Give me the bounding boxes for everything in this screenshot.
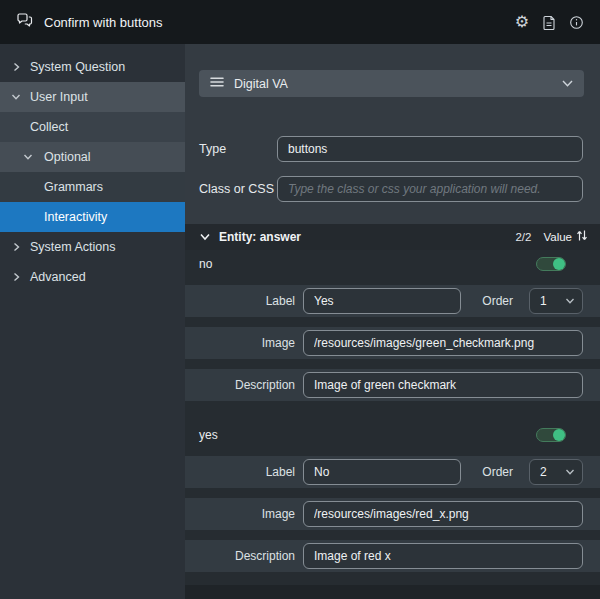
- entity-header-right: 2/2 Value: [515, 228, 588, 246]
- entry-name: no: [199, 257, 212, 271]
- main-panel: Digital VA Type Class or CSS Entity: ans…: [185, 44, 600, 599]
- image-field-label: Image: [185, 336, 303, 350]
- label-order-row: Label Order 2: [185, 456, 600, 488]
- document-icon[interactable]: [542, 15, 556, 30]
- image-input[interactable]: [303, 330, 583, 356]
- type-field-label: Type: [199, 142, 277, 156]
- entry-enabled-toggle[interactable]: [536, 257, 566, 271]
- chevron-down-icon: [561, 77, 574, 91]
- description-row: Description: [185, 369, 600, 401]
- sidebar-item-optional[interactable]: Optional: [0, 142, 185, 172]
- top-bar-actions: ⚙: [515, 14, 584, 30]
- channel-dropdown[interactable]: Digital VA: [199, 70, 584, 97]
- entity-title: Entity: answer: [219, 230, 301, 244]
- sidebar-item-label: Grammars: [44, 180, 103, 194]
- label-order-row: Label Order 1: [185, 285, 600, 317]
- entity-value-block-no: no Label Order 1 Image: [185, 250, 600, 401]
- order-select-value: 2: [540, 465, 547, 479]
- css-field-label: Class or CSS: [199, 182, 277, 196]
- chevron-right-icon: [10, 271, 22, 283]
- label-input[interactable]: [303, 459, 461, 485]
- sidebar-item-interactivity[interactable]: Interactivity: [0, 202, 185, 232]
- chevron-down-icon: [565, 468, 575, 476]
- sort-arrows-icon: [576, 228, 588, 246]
- sidebar-item-label: Optional: [44, 150, 91, 164]
- entry-enabled-toggle[interactable]: [536, 428, 566, 442]
- page-title: Confirm with buttons: [44, 15, 163, 30]
- sidebar-item-user-input[interactable]: User Input: [0, 82, 185, 112]
- top-bar: Confirm with buttons ⚙: [0, 0, 600, 44]
- sidebar-item-label: Interactivity: [44, 210, 107, 224]
- chevron-right-icon: [10, 61, 22, 73]
- type-field-row: Type: [199, 136, 583, 162]
- image-row: Image: [185, 498, 600, 530]
- entity-count: 2/2: [515, 231, 531, 243]
- toggle-knob: [553, 429, 565, 441]
- description-field-label: Description: [185, 378, 303, 392]
- sidebar-item-label: User Input: [30, 90, 88, 104]
- entry-header: no: [185, 250, 600, 278]
- chevron-down-icon: [565, 297, 575, 305]
- app-window: Confirm with buttons ⚙ Sys: [0, 0, 600, 599]
- order-field-label: Order: [482, 465, 521, 479]
- label-field-label: Label: [185, 294, 303, 308]
- description-row: Description: [185, 540, 600, 572]
- order-select[interactable]: 2: [529, 459, 583, 485]
- description-input[interactable]: [303, 543, 583, 569]
- toggle-knob: [553, 258, 565, 270]
- sidebar-tree: System Question User Input Collect Optio…: [0, 44, 185, 599]
- gear-icon[interactable]: ⚙: [515, 14, 529, 30]
- chevron-right-icon: [10, 241, 22, 253]
- entity-header: Entity: answer 2/2 Value: [185, 224, 600, 250]
- sidebar-item-system-question[interactable]: System Question: [0, 52, 185, 82]
- chat-bubbles-icon: [16, 12, 34, 32]
- entity-value-block-yes: yes Label Order 2 Image: [185, 421, 600, 572]
- entity-values-list: no Label Order 1 Image: [185, 250, 600, 599]
- sidebar-item-label: System Actions: [30, 240, 115, 254]
- sidebar-item-system-actions[interactable]: System Actions: [0, 232, 185, 262]
- order-select[interactable]: 1: [529, 288, 583, 314]
- sidebar-item-label: Collect: [30, 120, 68, 134]
- sidebar-item-label: Advanced: [30, 270, 86, 284]
- order-select-value: 1: [540, 294, 547, 308]
- image-field-label: Image: [185, 507, 303, 521]
- chevron-down-icon[interactable]: [199, 228, 211, 246]
- sort-label: Value: [543, 231, 572, 243]
- image-row: Image: [185, 327, 600, 359]
- sidebar-item-advanced[interactable]: Advanced: [0, 262, 185, 292]
- image-input[interactable]: [303, 501, 583, 527]
- channel-dropdown-value: Digital VA: [234, 77, 288, 91]
- sort-by-value-button[interactable]: Value: [543, 228, 588, 246]
- type-input[interactable]: [277, 136, 583, 162]
- sidebar-item-grammars[interactable]: Grammars: [0, 172, 185, 202]
- sidebar-item-collect[interactable]: Collect: [0, 112, 185, 142]
- info-icon[interactable]: [569, 15, 584, 30]
- layers-icon: [209, 75, 225, 92]
- css-field-row: Class or CSS: [199, 176, 583, 202]
- order-field-label: Order: [482, 294, 521, 308]
- label-input[interactable]: [303, 288, 461, 314]
- bottom-strip: [185, 585, 600, 599]
- description-input[interactable]: [303, 372, 583, 398]
- label-field-label: Label: [185, 465, 303, 479]
- entry-name: yes: [199, 428, 218, 442]
- chevron-down-icon: [10, 91, 22, 103]
- chevron-down-icon: [22, 151, 34, 163]
- sidebar-item-label: System Question: [30, 60, 125, 74]
- description-field-label: Description: [185, 549, 303, 563]
- entry-header: yes: [185, 421, 600, 449]
- css-input[interactable]: [277, 176, 583, 202]
